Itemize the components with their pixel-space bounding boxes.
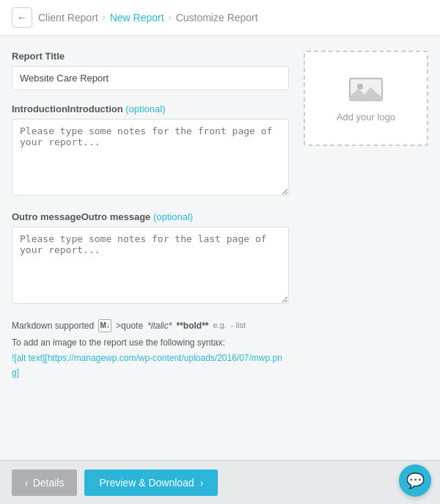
breadcrumb-client-report: Client Report [38, 12, 98, 23]
logo-upload-area[interactable]: Add your logo [304, 51, 428, 146]
chat-button[interactable]: 💬 [399, 464, 431, 497]
right-column: Add your logo [304, 51, 428, 380]
report-title-input[interactable] [12, 66, 289, 90]
logo-placeholder-icon [348, 74, 384, 106]
outro-label: Outro messageOutro message (optional) [12, 211, 289, 222]
outro-optional: (optional) [153, 211, 193, 222]
introduction-group: IntroductionIntroduction (optional) [12, 103, 289, 198]
main-content: Report Title IntroductionIntroduction (o… [0, 36, 440, 395]
details-arrow-icon: ‹ [25, 477, 29, 489]
markdown-bold: **bold** [176, 319, 208, 333]
logo-label: Add your logo [337, 112, 395, 123]
details-button[interactable]: ‹ Details [12, 470, 77, 496]
preview-label: Preview & Download [99, 477, 194, 489]
markdown-example-link: ![alt text][https://managewp.com/wp-cont… [12, 351, 289, 379]
markdown-eg: e.g. [213, 319, 226, 332]
back-icon: ← [17, 12, 27, 23]
preview-download-button[interactable]: Preview & Download › [84, 470, 218, 496]
details-label: Details [33, 477, 65, 489]
markdown-italic: *italic* [147, 319, 172, 333]
markdown-description: To add an image to the report use the fo… [12, 336, 289, 350]
breadcrumb-sep-2: › [169, 12, 172, 23]
introduction-label: IntroductionIntroduction (optional) [12, 103, 289, 114]
outro-textarea[interactable] [12, 227, 289, 304]
markdown-quote: >quote [116, 319, 143, 333]
outro-group: Outro messageOutro message (optional) [12, 211, 289, 306]
report-title-label: Report Title [12, 51, 289, 62]
introduction-textarea[interactable] [12, 119, 289, 196]
left-column: Report Title IntroductionIntroduction (o… [12, 51, 289, 380]
breadcrumb-new-report: New Report [110, 12, 164, 23]
back-button[interactable]: ← [12, 7, 32, 28]
preview-arrow-icon: › [200, 477, 204, 489]
svg-point-1 [357, 84, 363, 90]
breadcrumb-customize-report: Customize Report [176, 12, 258, 23]
markdown-list: - list [231, 319, 246, 332]
breadcrumb: Client Report › New Report › Customize R… [38, 12, 258, 23]
breadcrumb-sep-1: › [103, 12, 106, 23]
header: ← Client Report › New Report › Customize… [0, 0, 440, 36]
chat-icon: 💬 [406, 472, 425, 489]
markdown-icon: M↓ [98, 319, 111, 332]
markdown-section: Markdown supported M↓ >quote *italic* **… [12, 319, 289, 380]
report-title-group: Report Title [12, 51, 289, 90]
footer: ‹ Details Preview & Download › 💬 [0, 460, 440, 504]
introduction-optional: (optional) [125, 103, 165, 114]
